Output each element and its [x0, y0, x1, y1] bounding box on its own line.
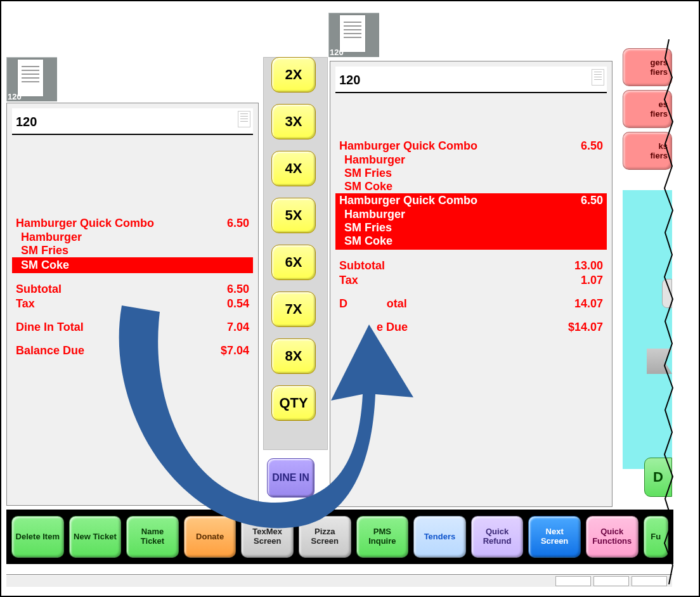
item-sub[interactable]: SM Fries [12, 244, 253, 257]
item-sub-selected[interactable]: SM Coke [12, 257, 253, 273]
quick-functions-button[interactable]: Quick Functions [586, 516, 638, 558]
ticket-number: 120 [16, 115, 37, 129]
subtotal-value: 6.50 [227, 283, 249, 296]
donate-button[interactable]: Donate [184, 516, 237, 558]
tenders-button[interactable]: Tenders [413, 516, 466, 558]
texmex-screen-button[interactable]: TexMex Screen [241, 516, 294, 558]
ticket-tab-right-number: 120 [330, 48, 344, 57]
status-bar [6, 574, 672, 587]
balance-label-partial: e [377, 321, 386, 333]
balance-row: Balance Due $7.04 [12, 343, 253, 358]
total-label: Dine In Total [16, 321, 84, 334]
tax-row: Tax 1.07 [335, 273, 607, 288]
balance-label: Balance Due [16, 344, 84, 357]
next-screen-button[interactable]: Next Screen [528, 516, 581, 558]
total-row: Dine In Total 14.07 [335, 297, 607, 311]
balance-row: Balance Due $14.07 [335, 320, 607, 335]
qty-6x-button[interactable]: 6X [271, 245, 316, 280]
item-sub: SM Coke [335, 234, 607, 250]
receipt-icon [238, 111, 250, 127]
item-sub[interactable]: Hamburger [12, 231, 253, 244]
subtotal-row: Subtotal 13.00 [335, 259, 607, 273]
pms-inquire-button[interactable]: PMS Inquire [356, 516, 409, 558]
ticket-tab-left-number: 120 [8, 92, 22, 101]
ticket-panel-after: 120 Hamburger Quick Combo 6.50 Hamburger… [330, 61, 612, 507]
total-value: 14.07 [574, 297, 603, 311]
item-price: 6.50 [581, 194, 603, 207]
balance-value: $7.04 [221, 344, 249, 357]
receipt-icon [592, 69, 604, 86]
item-sub[interactable]: SM Coke [335, 180, 607, 193]
ticket-panel-before: 120 Hamburger Quick Combo 6.50 Hamburger… [6, 103, 259, 506]
item-sub: SM Fries [335, 221, 607, 234]
subtotal-label: Subtotal [339, 259, 385, 273]
balance-value: $14.07 [568, 321, 603, 334]
line-item[interactable]: Hamburger Quick Combo 6.50 [335, 139, 607, 153]
receipt-icon [340, 15, 365, 52]
item-name: Hamburger Quick Combo [16, 217, 154, 230]
ticket-number: 120 [339, 73, 360, 87]
total-label-partial: otal [387, 297, 407, 310]
delete-item-button[interactable]: Delete Item [11, 516, 64, 558]
subtotal-label: Subtotal [16, 283, 62, 296]
item-sub: Hamburger [335, 208, 607, 221]
total-value: 7.04 [227, 321, 249, 334]
balance-label-partial: Due [386, 321, 408, 333]
qty-7x-button[interactable]: 7X [271, 292, 316, 327]
item-name: Hamburger Quick Combo [339, 194, 477, 207]
qty-custom-button[interactable]: QTY [271, 385, 316, 421]
receipt-icon [18, 60, 43, 96]
qty-5x-button[interactable]: 5X [271, 198, 316, 233]
subtotal-value: 13.00 [574, 259, 603, 273]
ticket-tab-left[interactable]: 120 [6, 57, 57, 101]
tax-row: Tax 0.54 [12, 297, 253, 311]
item-sub[interactable]: SM Fries [335, 167, 607, 180]
item-price: 6.50 [581, 139, 603, 153]
item-sub[interactable]: Hamburger [335, 153, 607, 167]
tax-label: Tax [16, 297, 35, 311]
name-ticket-button[interactable]: Name Ticket [126, 516, 179, 558]
pizza-screen-button[interactable]: Pizza Screen [299, 516, 351, 558]
tax-value: 1.07 [581, 274, 603, 287]
ticket-tab-right[interactable]: 120 [328, 13, 379, 57]
qty-3x-button[interactable]: 3X [271, 104, 316, 139]
item-name: Hamburger Quick Combo [339, 139, 477, 153]
line-item[interactable]: Hamburger Quick Combo 6.50 [12, 216, 253, 231]
qty-4x-button[interactable]: 4X [271, 151, 316, 186]
qty-multiplier-column: 2X 3X 4X 5X 6X 7X 8X QTY [271, 57, 322, 421]
bottom-toolbar: Delete Item New Ticket Name Ticket Donat… [6, 510, 673, 564]
subtotal-row: Subtotal 6.50 [12, 282, 253, 297]
line-item-selected[interactable]: Hamburger Quick Combo 6.50 Hamburger SM … [335, 193, 607, 250]
tax-value: 0.54 [227, 297, 249, 311]
quick-refund-button[interactable]: Quick Refund [471, 516, 524, 558]
qty-2x-button[interactable]: 2X [271, 57, 316, 93]
new-ticket-button[interactable]: New Ticket [69, 516, 122, 558]
item-price: 6.50 [227, 217, 249, 230]
torn-edge-line [663, 39, 675, 584]
tax-label: Tax [339, 274, 358, 287]
total-row: Dine In Total 7.04 [12, 320, 253, 335]
total-label-partial: D [339, 297, 347, 310]
qty-8x-button[interactable]: 8X [271, 338, 316, 374]
dine-in-button[interactable]: DINE IN [267, 458, 314, 498]
